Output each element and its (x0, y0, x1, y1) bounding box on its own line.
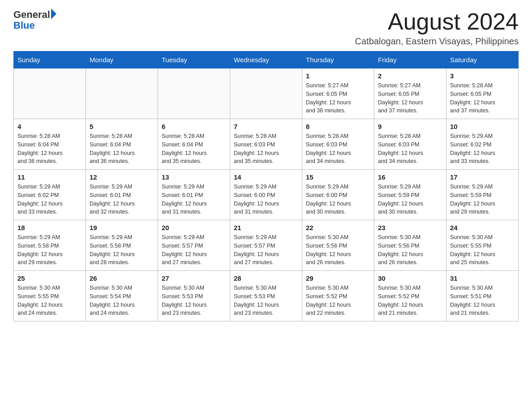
day-number: 22 (306, 224, 370, 231)
day-info: Sunrise: 5:29 AMSunset: 6:02 PMDaylight:… (17, 183, 82, 216)
day-number: 17 (450, 173, 515, 181)
day-info: Sunrise: 5:28 AMSunset: 6:03 PMDaylight:… (306, 132, 370, 166)
day-info: Sunrise: 5:29 AMSunset: 6:01 PMDaylight:… (90, 183, 154, 216)
calendar-cell: 4Sunrise: 5:28 AMSunset: 6:04 PMDaylight… (14, 119, 86, 170)
calendar-week-row: 18Sunrise: 5:29 AMSunset: 5:58 PMDayligh… (14, 220, 519, 271)
logo-general-text: General (13, 9, 50, 21)
calendar-cell: 16Sunrise: 5:29 AMSunset: 5:59 PMDayligh… (374, 170, 446, 220)
calendar-cell: 1Sunrise: 5:27 AMSunset: 6:05 PMDaylight… (302, 68, 374, 119)
day-info: Sunrise: 5:28 AMSunset: 6:03 PMDaylight:… (378, 132, 442, 166)
calendar-week-row: 11Sunrise: 5:29 AMSunset: 6:02 PMDayligh… (14, 170, 519, 220)
day-number: 20 (162, 224, 226, 231)
calendar-table: SundayMondayTuesdayWednesdayThursdayFrid… (13, 51, 519, 321)
day-number: 9 (378, 123, 442, 130)
calendar-cell: 31Sunrise: 5:30 AMSunset: 5:51 PMDayligh… (446, 271, 519, 321)
calendar-cell: 27Sunrise: 5:30 AMSunset: 5:53 PMDayligh… (158, 271, 230, 321)
day-number: 28 (234, 274, 298, 282)
calendar-week-row: 1Sunrise: 5:27 AMSunset: 6:05 PMDaylight… (14, 68, 519, 119)
day-header-friday: Friday (374, 51, 446, 68)
calendar-cell: 17Sunrise: 5:29 AMSunset: 5:59 PMDayligh… (446, 170, 519, 220)
calendar-cell: 5Sunrise: 5:28 AMSunset: 6:04 PMDaylight… (86, 119, 158, 170)
page-header: General Blue August 2024 Catbalogan, Eas… (13, 9, 519, 47)
calendar-week-row: 25Sunrise: 5:30 AMSunset: 5:55 PMDayligh… (14, 271, 519, 321)
title-section: August 2024 Catbalogan, Eastern Visayas,… (355, 9, 519, 47)
day-number: 12 (90, 173, 154, 181)
month-title: August 2024 (355, 9, 519, 34)
calendar-cell: 22Sunrise: 5:30 AMSunset: 5:56 PMDayligh… (302, 220, 374, 271)
day-number: 30 (378, 274, 442, 282)
day-number: 31 (450, 274, 515, 282)
day-number: 13 (162, 173, 226, 181)
calendar-cell (86, 68, 158, 119)
day-number: 11 (17, 173, 82, 181)
calendar-cell: 28Sunrise: 5:30 AMSunset: 5:53 PMDayligh… (230, 271, 302, 321)
day-info: Sunrise: 5:30 AMSunset: 5:52 PMDaylight:… (378, 284, 442, 317)
calendar-cell: 23Sunrise: 5:30 AMSunset: 5:56 PMDayligh… (374, 220, 446, 271)
day-header-monday: Monday (86, 51, 158, 68)
day-header-tuesday: Tuesday (158, 51, 230, 68)
day-header-sunday: Sunday (14, 51, 86, 68)
calendar-cell: 10Sunrise: 5:29 AMSunset: 6:02 PMDayligh… (446, 119, 519, 170)
day-number: 3 (450, 72, 515, 80)
calendar-cell: 8Sunrise: 5:28 AMSunset: 6:03 PMDaylight… (302, 119, 374, 170)
day-number: 19 (90, 224, 154, 231)
calendar-cell (230, 68, 302, 119)
day-number: 26 (90, 274, 154, 282)
day-info: Sunrise: 5:30 AMSunset: 5:55 PMDaylight:… (17, 284, 82, 317)
day-info: Sunrise: 5:29 AMSunset: 5:57 PMDaylight:… (234, 233, 298, 267)
day-number: 10 (450, 123, 515, 130)
calendar-header-row: SundayMondayTuesdayWednesdayThursdayFrid… (14, 51, 519, 68)
calendar-cell: 18Sunrise: 5:29 AMSunset: 5:58 PMDayligh… (14, 220, 86, 271)
day-info: Sunrise: 5:27 AMSunset: 6:05 PMDaylight:… (378, 81, 442, 115)
day-info: Sunrise: 5:29 AMSunset: 5:58 PMDaylight:… (17, 233, 82, 267)
calendar-cell: 13Sunrise: 5:29 AMSunset: 6:01 PMDayligh… (158, 170, 230, 220)
day-number: 15 (306, 173, 370, 181)
location-title: Catbalogan, Eastern Visayas, Philippines (355, 36, 519, 47)
calendar-cell: 12Sunrise: 5:29 AMSunset: 6:01 PMDayligh… (86, 170, 158, 220)
calendar-cell: 24Sunrise: 5:30 AMSunset: 5:55 PMDayligh… (446, 220, 519, 271)
calendar-cell (14, 68, 86, 119)
day-number: 16 (378, 173, 442, 181)
day-number: 1 (306, 72, 370, 80)
day-info: Sunrise: 5:29 AMSunset: 6:00 PMDaylight:… (234, 183, 298, 216)
calendar-cell: 25Sunrise: 5:30 AMSunset: 5:55 PMDayligh… (14, 271, 86, 321)
day-info: Sunrise: 5:30 AMSunset: 5:52 PMDaylight:… (306, 284, 370, 317)
logo-triangle-icon (51, 9, 56, 19)
calendar-cell: 26Sunrise: 5:30 AMSunset: 5:54 PMDayligh… (86, 271, 158, 321)
day-info: Sunrise: 5:28 AMSunset: 6:04 PMDaylight:… (17, 132, 82, 166)
day-header-wednesday: Wednesday (230, 51, 302, 68)
calendar-cell: 29Sunrise: 5:30 AMSunset: 5:52 PMDayligh… (302, 271, 374, 321)
day-info: Sunrise: 5:28 AMSunset: 6:05 PMDaylight:… (450, 81, 515, 115)
calendar-cell: 21Sunrise: 5:29 AMSunset: 5:57 PMDayligh… (230, 220, 302, 271)
day-info: Sunrise: 5:30 AMSunset: 5:53 PMDaylight:… (234, 284, 298, 317)
calendar-cell: 19Sunrise: 5:29 AMSunset: 5:58 PMDayligh… (86, 220, 158, 271)
day-info: Sunrise: 5:30 AMSunset: 5:55 PMDaylight:… (450, 233, 515, 267)
day-info: Sunrise: 5:29 AMSunset: 6:00 PMDaylight:… (306, 183, 370, 216)
calendar-cell: 7Sunrise: 5:28 AMSunset: 6:03 PMDaylight… (230, 119, 302, 170)
day-number: 27 (162, 274, 226, 282)
calendar-cell: 20Sunrise: 5:29 AMSunset: 5:57 PMDayligh… (158, 220, 230, 271)
calendar-cell: 15Sunrise: 5:29 AMSunset: 6:00 PMDayligh… (302, 170, 374, 220)
day-number: 23 (378, 224, 442, 231)
calendar-cell: 6Sunrise: 5:28 AMSunset: 6:04 PMDaylight… (158, 119, 230, 170)
day-info: Sunrise: 5:29 AMSunset: 5:58 PMDaylight:… (90, 233, 154, 267)
day-number: 25 (17, 274, 82, 282)
day-number: 4 (17, 123, 82, 130)
day-info: Sunrise: 5:30 AMSunset: 5:56 PMDaylight:… (306, 233, 370, 267)
calendar-cell: 30Sunrise: 5:30 AMSunset: 5:52 PMDayligh… (374, 271, 446, 321)
calendar-cell (158, 68, 230, 119)
day-info: Sunrise: 5:29 AMSunset: 5:57 PMDaylight:… (162, 233, 226, 267)
calendar-cell: 14Sunrise: 5:29 AMSunset: 6:00 PMDayligh… (230, 170, 302, 220)
day-info: Sunrise: 5:29 AMSunset: 5:59 PMDaylight:… (450, 183, 515, 216)
day-info: Sunrise: 5:28 AMSunset: 6:03 PMDaylight:… (234, 132, 298, 166)
day-info: Sunrise: 5:28 AMSunset: 6:04 PMDaylight:… (90, 132, 154, 166)
day-info: Sunrise: 5:28 AMSunset: 6:04 PMDaylight:… (162, 132, 226, 166)
day-number: 29 (306, 274, 370, 282)
day-info: Sunrise: 5:30 AMSunset: 5:56 PMDaylight:… (378, 233, 442, 267)
day-info: Sunrise: 5:30 AMSunset: 5:51 PMDaylight:… (450, 284, 515, 317)
calendar-cell: 11Sunrise: 5:29 AMSunset: 6:02 PMDayligh… (14, 170, 86, 220)
day-info: Sunrise: 5:30 AMSunset: 5:54 PMDaylight:… (90, 284, 154, 317)
day-info: Sunrise: 5:27 AMSunset: 6:05 PMDaylight:… (306, 81, 370, 115)
day-number: 7 (234, 123, 298, 130)
calendar-cell: 2Sunrise: 5:27 AMSunset: 6:05 PMDaylight… (374, 68, 446, 119)
